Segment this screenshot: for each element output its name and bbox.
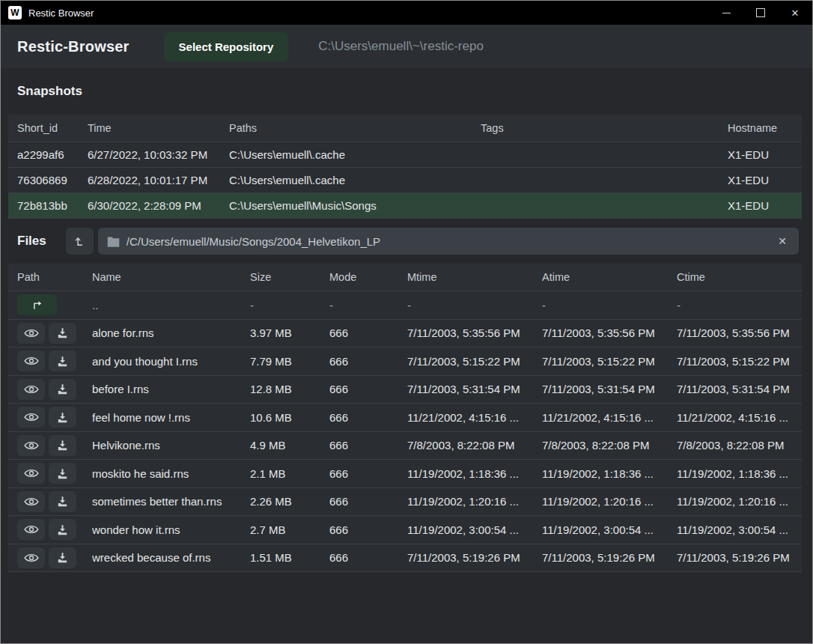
parent-size: - (250, 299, 329, 312)
snapshot-hostname: X1-EDU (728, 174, 802, 186)
download-file-button[interactable] (49, 407, 76, 428)
file-atime: 11/21/2002, 4:15:16 ... (542, 411, 677, 424)
file-name: alone for.rns (92, 326, 250, 339)
download-icon (56, 467, 69, 480)
repository-path[interactable]: C:\Users\emuell\~\restic-repo (318, 39, 484, 54)
file-mode: 666 (329, 551, 407, 564)
preview-file-button[interactable] (17, 350, 45, 371)
download-file-button[interactable] (49, 323, 76, 344)
select-repository-button[interactable]: Select Repository (164, 32, 289, 61)
snapshot-time: 6/27/2022, 10:03:32 PM (88, 148, 229, 161)
file-atime: 11/19/2002, 3:00:54 ... (542, 523, 677, 536)
minimize-button[interactable] (709, 1, 743, 25)
folder-icon (107, 236, 120, 247)
file-mtime: 11/19/2002, 1:20:16 ... (407, 495, 542, 508)
preview-file-button[interactable] (17, 491, 45, 512)
preview-file-button[interactable] (17, 407, 45, 428)
eye-icon (23, 411, 40, 423)
file-ctime: 11/19/2002, 1:18:36 ... (677, 467, 802, 480)
preview-file-button[interactable] (17, 547, 45, 568)
download-icon (56, 326, 69, 339)
download-icon (56, 523, 69, 536)
app-logo-icon: W (8, 6, 22, 19)
file-atime: 11/19/2002, 1:18:36 ... (542, 467, 677, 480)
files-section-title: Files (1, 234, 46, 249)
file-size: 2.1 MB (250, 467, 329, 480)
file-size: 2.26 MB (250, 495, 329, 508)
download-file-button[interactable] (49, 491, 76, 512)
file-atime: 7/11/2003, 5:35:56 PM (542, 326, 677, 339)
file-row: wrecked because of.rns 1.51 MB 666 7/11/… (8, 544, 802, 573)
up-directory-button[interactable] (66, 228, 94, 255)
file-name: and you thought I.rns (92, 355, 250, 368)
window-title: Restic Browser (28, 7, 94, 19)
file-atime: 7/8/2003, 8:22:08 PM (542, 439, 677, 452)
download-file-button[interactable] (49, 519, 76, 540)
file-mode: 666 (329, 411, 407, 424)
preview-file-button[interactable] (17, 435, 45, 456)
eye-icon (23, 552, 40, 564)
download-file-button[interactable] (49, 547, 76, 568)
snapshot-time: 6/30/2022, 2:28:09 PM (88, 199, 229, 212)
download-file-button[interactable] (49, 463, 76, 484)
file-size: 12.8 MB (250, 383, 329, 395)
close-button[interactable]: ✕ (778, 1, 812, 25)
download-file-button[interactable] (49, 350, 76, 371)
eye-icon (23, 496, 40, 508)
file-row: wonder how it.rns 2.7 MB 666 11/19/2002,… (8, 516, 802, 544)
file-mode: 666 (329, 467, 407, 480)
file-name: moskito he said.rns (92, 467, 250, 480)
parent-directory-row: .. - - - - - (8, 291, 802, 320)
file-mtime: 7/11/2003, 5:35:56 PM (407, 326, 542, 339)
file-atime: 7/11/2003, 5:15:22 PM (542, 355, 677, 368)
download-icon (56, 495, 69, 508)
clear-path-button[interactable]: ✕ (775, 234, 790, 249)
column-header-name: Name (92, 271, 250, 283)
maximize-icon (756, 8, 765, 17)
file-name: wrecked because of.rns (92, 551, 250, 564)
preview-file-button[interactable] (17, 463, 45, 484)
file-mtime: 7/11/2003, 5:31:54 PM (407, 383, 542, 395)
preview-file-button[interactable] (17, 323, 45, 344)
parent-directory-button[interactable] (17, 294, 57, 315)
column-header-short-id: Short_id (17, 122, 88, 134)
file-ctime: 11/19/2002, 3:00:54 ... (677, 523, 802, 536)
minimize-icon (722, 13, 731, 13)
snapshot-row[interactable]: a2299af6 6/27/2022, 10:03:32 PM C:\Users… (8, 142, 802, 168)
file-mode: 666 (329, 523, 407, 536)
file-name: before I.rns (92, 383, 250, 395)
download-file-button[interactable] (49, 379, 76, 400)
parent-atime: - (542, 299, 677, 312)
file-name: Helvikone.rns (92, 439, 250, 452)
column-header-size: Size (250, 271, 329, 283)
file-mtime: 7/11/2003, 5:15:22 PM (407, 355, 542, 368)
file-mode: 666 (329, 355, 407, 368)
download-file-button[interactable] (49, 435, 76, 456)
files-table-header: Path Name Size Mode Mtime Atime Ctime (8, 264, 802, 291)
column-header-ctime: Ctime (677, 271, 802, 283)
up-directory-icon (73, 234, 86, 248)
snapshot-row[interactable]: 76306869 6/28/2022, 10:01:17 PM C:\Users… (8, 168, 802, 193)
file-name: wonder how it.rns (92, 523, 250, 536)
snapshot-row[interactable]: 72b813bb 6/30/2022, 2:28:09 PM C:\Users\… (8, 193, 802, 219)
column-header-time: Time (88, 122, 229, 134)
file-mode: 666 (329, 326, 407, 339)
file-row: Helvikone.rns 4.9 MB 666 7/8/2003, 8:22:… (8, 432, 802, 461)
titlebar: W Restic Browser ✕ (1, 1, 812, 25)
file-ctime: 7/11/2003, 5:19:26 PM (677, 551, 802, 564)
file-path-input[interactable]: /C/Users/emuell/Music/Songs/2004_Helveti… (98, 228, 799, 255)
return-up-icon (30, 298, 45, 312)
maximize-button[interactable] (743, 1, 778, 25)
file-mtime: 7/8/2003, 8:22:08 PM (407, 439, 542, 452)
file-size: 4.9 MB (250, 439, 329, 452)
preview-file-button[interactable] (17, 519, 45, 540)
eye-icon (23, 327, 40, 339)
snapshot-short-id: 72b813bb (17, 199, 88, 212)
snapshot-time: 6/28/2022, 10:01:17 PM (88, 174, 229, 186)
snapshot-paths: C:\Users\emuell\.cache (229, 174, 481, 186)
column-header-mode: Mode (329, 271, 407, 283)
snapshot-short-id: 76306869 (17, 174, 88, 186)
parent-mtime: - (407, 299, 542, 312)
preview-file-button[interactable] (17, 379, 45, 400)
eye-icon (23, 523, 40, 535)
